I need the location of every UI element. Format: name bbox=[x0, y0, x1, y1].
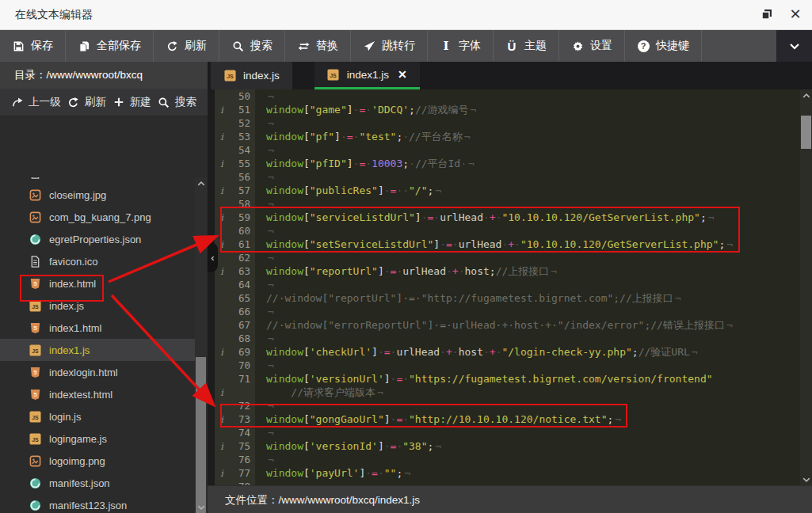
toolbar-button-设置[interactable]: 设置 bbox=[559, 30, 625, 62]
file-row[interactable]: JSindex1.js bbox=[0, 339, 195, 361]
toolbar-button-搜索[interactable]: 搜索 bbox=[219, 30, 285, 62]
file-row[interactable]: com_bg_kuang_7.png bbox=[0, 206, 195, 228]
line-number: 51 bbox=[238, 104, 250, 116]
scroll-up-icon[interactable] bbox=[195, 177, 207, 189]
settings-icon bbox=[571, 40, 584, 52]
code-line: i61window["setServiceListdUrl"]·=·urlHea… bbox=[208, 238, 800, 251]
line-number: 70 bbox=[238, 359, 250, 371]
toolbar-button-全部保存[interactable]: 全部保存 bbox=[66, 30, 154, 62]
info-icon: i bbox=[217, 239, 227, 250]
up-level-icon bbox=[11, 96, 24, 108]
toolbar-button-快捷键[interactable]: ?快捷键 bbox=[625, 30, 702, 62]
file-name: closeimg.jpg bbox=[49, 189, 106, 201]
replace-icon bbox=[297, 40, 310, 52]
line-number: 64 bbox=[238, 279, 250, 291]
code-text: window['versionUrl']·=·"https://fugamete… bbox=[255, 373, 713, 385]
file-row[interactable]: closeimg.jpg bbox=[0, 184, 195, 206]
tab-index.js[interactable]: JSindex.js bbox=[211, 62, 292, 89]
file-row[interactable]: 5index1.html bbox=[0, 317, 195, 339]
line-number: 57 bbox=[238, 184, 250, 196]
sidebar-action-刷新[interactable]: 刷新 bbox=[67, 95, 106, 109]
toolbar-button-主题[interactable]: Ü主题 bbox=[494, 30, 559, 62]
file-row[interactable]: 5indexlogin.html bbox=[0, 361, 195, 383]
line-number: 54 bbox=[238, 144, 250, 156]
line-number: 63 bbox=[238, 265, 250, 277]
line-number: 74 bbox=[238, 427, 250, 439]
file-row[interactable]: JSlogingame.js bbox=[0, 428, 195, 450]
code-text: window["setServiceListdUrl"]·=·urlHead·+… bbox=[255, 238, 733, 250]
tab-index1.js[interactable]: JSindex1.js✕ bbox=[315, 62, 420, 89]
toolbar-button-字体[interactable]: I字体 bbox=[428, 30, 494, 62]
toolbar-button-label: 主题 bbox=[524, 39, 547, 53]
scroll-up-icon[interactable] bbox=[800, 89, 812, 101]
scrollbar-thumb[interactable] bbox=[196, 357, 206, 513]
file-row[interactable]: manifest.json bbox=[0, 472, 195, 494]
code-line: 67//·window["errorReportUrl"]·=·urlHead·… bbox=[208, 318, 800, 332]
file-name: logingame.js bbox=[49, 433, 107, 445]
sidebar-action-新建[interactable]: 新建 bbox=[112, 95, 151, 109]
file-row[interactable]: 5index.html bbox=[0, 272, 195, 294]
svg-text:5: 5 bbox=[33, 369, 37, 376]
toolbar-collapse-button[interactable] bbox=[776, 30, 812, 62]
sidebar-action-搜索[interactable]: 搜索 bbox=[158, 95, 196, 109]
file-row[interactable]: egretProperties.json bbox=[0, 228, 195, 250]
panel-collapse-handle[interactable]: ‹ bbox=[208, 242, 218, 272]
gutter: 74 bbox=[208, 426, 255, 439]
save-all-icon bbox=[78, 40, 90, 52]
code-text: ¬ bbox=[255, 359, 274, 371]
scroll-down-icon[interactable] bbox=[800, 473, 812, 485]
file-row[interactable]: JSlogin.js bbox=[0, 405, 195, 428]
info-icon: i bbox=[217, 185, 227, 196]
code-text: window["publicRes"]·=··"/";¬ bbox=[255, 184, 441, 196]
code-text: window['checkUrl']·=·urlHead·+·host·+·"/… bbox=[255, 345, 698, 359]
scroll-down-icon[interactable] bbox=[195, 501, 207, 513]
code-text: //请求客户端版本¬ bbox=[255, 386, 383, 400]
info-icon: i bbox=[217, 387, 227, 398]
file-row[interactable]: 5indextest.html bbox=[0, 383, 195, 405]
gutter: 65 bbox=[208, 291, 255, 305]
file-row[interactable]: logoimg.png bbox=[0, 450, 195, 472]
sidebar-action-上一级[interactable]: 上一级 bbox=[11, 95, 61, 109]
file-row[interactable]: JSindex.js bbox=[0, 294, 195, 317]
gutter: i53 bbox=[208, 130, 255, 143]
file-row[interactable] bbox=[0, 177, 195, 184]
code-line: 58¬ bbox=[208, 197, 800, 211]
gutter: 66 bbox=[208, 305, 255, 318]
code-editor[interactable]: 50¬i51window["game"]·=·'DDCQ';//游戏编号¬52¬… bbox=[208, 89, 800, 485]
code-text: ¬ bbox=[255, 306, 274, 317]
line-number: 68 bbox=[238, 332, 250, 344]
file-name: index1.html bbox=[49, 322, 101, 334]
restore-icon[interactable] bbox=[758, 6, 776, 23]
info-icon: i bbox=[217, 468, 227, 479]
file-row[interactable]: manifest123.json bbox=[0, 494, 195, 513]
editor-scrollbar[interactable] bbox=[800, 89, 812, 485]
gutter: 72 bbox=[208, 399, 255, 412]
gutter: 56 bbox=[208, 170, 255, 184]
toolbar-button-label: 设置 bbox=[590, 39, 612, 53]
chevron-down-icon bbox=[788, 40, 801, 52]
gutter: i75 bbox=[208, 439, 255, 453]
file-list-scrollbar[interactable] bbox=[195, 177, 207, 513]
toolbar-button-刷新[interactable]: 刷新 bbox=[154, 30, 219, 62]
html-file-icon: 5 bbox=[29, 321, 41, 334]
toolbar-button-替换[interactable]: 替换 bbox=[285, 30, 351, 62]
svg-text:5: 5 bbox=[33, 325, 37, 332]
tab-close-icon[interactable]: ✕ bbox=[398, 68, 407, 81]
scrollbar-thumb[interactable] bbox=[801, 116, 811, 149]
editor-tab-bar: JSindex.jsJSindex1.js✕ bbox=[208, 62, 812, 89]
code-line: 71window['versionUrl']·=·"https://fugame… bbox=[208, 372, 800, 386]
gutter: i69 bbox=[208, 345, 255, 359]
window-title: 在线文本编辑器 bbox=[15, 8, 93, 22]
gutter: 52 bbox=[208, 116, 255, 130]
line-number: 61 bbox=[238, 238, 250, 250]
file-row[interactable]: favicon.ico bbox=[0, 250, 195, 272]
code-text: //·window["errorReportUrl"]·=·urlHead·+·… bbox=[255, 318, 733, 332]
gutter: i bbox=[208, 386, 255, 399]
line-number: 77 bbox=[238, 467, 250, 479]
code-text: ¬ bbox=[255, 144, 274, 156]
line-number: 56 bbox=[238, 171, 250, 183]
close-icon[interactable]: ✕ bbox=[787, 6, 804, 23]
toolbar-button-跳转行[interactable]: 跳转行 bbox=[351, 30, 428, 62]
code-text: ¬ bbox=[255, 198, 274, 210]
toolbar-button-保存[interactable]: 保存 bbox=[0, 30, 66, 62]
